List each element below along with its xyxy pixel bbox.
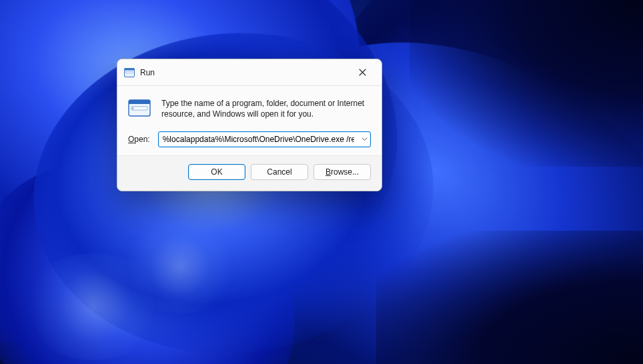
browse-button[interactable]: Browse... (313, 164, 371, 180)
ok-button[interactable]: OK (188, 164, 245, 180)
open-label: Open: (128, 135, 150, 144)
svg-rect-4 (129, 100, 150, 104)
svg-rect-5 (131, 107, 147, 110)
svg-rect-6 (133, 108, 134, 109)
svg-rect-1 (125, 68, 135, 70)
close-button[interactable] (350, 63, 375, 83)
dialog-title: Run (140, 68, 155, 77)
run-dialog: Run Type the name of a program, folder, … (117, 59, 382, 191)
dialog-description: Type the name of a program, folder, docu… (161, 98, 371, 119)
run-large-icon (128, 99, 151, 117)
open-combobox[interactable] (158, 131, 371, 147)
chevron-down-icon[interactable] (358, 137, 370, 141)
cancel-button[interactable]: Cancel (251, 164, 308, 180)
run-icon (124, 67, 135, 78)
open-input[interactable] (159, 135, 358, 144)
close-icon (359, 69, 366, 76)
svg-rect-2 (126, 71, 133, 73)
titlebar: Run (117, 59, 382, 86)
button-row: OK Cancel Browse... (117, 155, 382, 191)
